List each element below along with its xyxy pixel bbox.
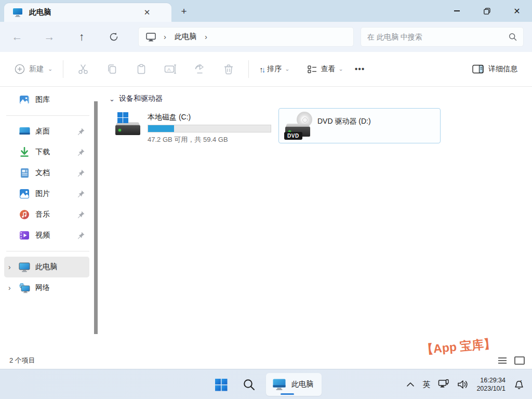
sidebar-item-this-pc[interactable]: › 此电脑 — [4, 257, 89, 277]
tab-this-pc[interactable]: 此电脑 ✕ — [4, 3, 171, 22]
taskbar-clock[interactable]: 16:29:34 2023/10/1 — [476, 376, 506, 393]
expand-chevron-icon[interactable]: › — [8, 284, 17, 292]
trash-icon — [222, 63, 235, 75]
notification-bell-icon[interactable]: z — [513, 379, 525, 390]
view-label: 查看 — [321, 64, 335, 74]
rename-icon: A — [164, 63, 177, 75]
c-drive-usage-fill — [148, 125, 174, 132]
breadcrumb-separator[interactable]: › — [200, 32, 212, 42]
sidebar-item-documents[interactable]: 文档 — [4, 163, 89, 183]
collapse-chevron-icon[interactable]: ⌄ — [109, 95, 115, 103]
pin-icon — [77, 148, 85, 156]
file-explorer-icon — [272, 378, 286, 391]
pin-icon — [77, 127, 85, 136]
sidebar-item-network[interactable]: › 网络 — [4, 277, 89, 298]
cut-button[interactable] — [72, 59, 95, 79]
search-input[interactable] — [367, 33, 509, 41]
group-header-label: 设备和驱动器 — [119, 94, 163, 103]
new-button[interactable]: 新建 ⌄ — [9, 60, 58, 78]
sidebar-item-label: 图片 — [35, 189, 77, 198]
rename-button[interactable]: A — [159, 59, 182, 79]
refresh-button[interactable] — [105, 28, 123, 46]
tray-date: 2023/10/1 — [476, 384, 506, 393]
sort-button[interactable]: ↑↓ 排序 ⌄ — [254, 60, 295, 78]
ime-indicator[interactable]: 英 — [422, 380, 430, 390]
search-icon[interactable] — [509, 33, 517, 41]
sidebar-item-label: 网络 — [35, 283, 85, 292]
expand-chevron-icon[interactable]: › — [8, 263, 17, 271]
sidebar-item-desktop[interactable]: 桌面 — [4, 121, 89, 142]
volume-tray-icon[interactable] — [457, 380, 469, 389]
taskbar-search-button[interactable] — [238, 374, 260, 395]
group-header-devices[interactable]: ⌄ 设备和驱动器 — [109, 94, 532, 103]
network-tray-icon[interactable] — [438, 379, 449, 390]
tab-title: 此电脑 — [29, 8, 140, 17]
dvd-drive-icon: DVD — [284, 113, 312, 139]
sidebar-scrollbar[interactable] — [94, 101, 98, 334]
item-count: 2 个项目 — [9, 356, 35, 365]
view-icon — [307, 64, 317, 74]
maximize-restore-button[interactable] — [472, 0, 502, 22]
breadcrumb-this-pc[interactable]: 此电脑 — [171, 30, 200, 44]
pin-icon — [77, 231, 85, 240]
back-button[interactable]: ← — [8, 28, 26, 46]
sidebar-item-label: 文档 — [35, 168, 77, 178]
forward-button[interactable]: → — [41, 28, 58, 46]
details-pane-button[interactable]: 详细信息 — [467, 60, 523, 78]
content-area: ⌄ 设备和驱动器 本地磁盘 (C:) — [102, 87, 532, 352]
address-bar[interactable]: › 此电脑 › — [138, 27, 354, 47]
large-icons-view-toggle-icon[interactable] — [514, 356, 525, 365]
tray-time: 16:29:34 — [476, 376, 506, 384]
this-pc-breadcrumb-icon[interactable] — [143, 29, 158, 45]
tab-close-icon[interactable]: ✕ — [140, 6, 154, 19]
details-pane-icon — [472, 64, 484, 74]
sidebar-item-videos[interactable]: 视频 — [4, 225, 89, 246]
search-box[interactable] — [361, 27, 524, 47]
status-bar: 2 个项目 【App 宝库】 — [0, 352, 532, 369]
sidebar-item-music[interactable]: 音乐 — [4, 204, 89, 225]
more-options-button[interactable]: ••• — [349, 60, 371, 78]
chevron-down-icon: ⌄ — [48, 66, 52, 72]
up-button[interactable]: ↑ — [73, 28, 90, 46]
desktop-icon — [19, 126, 30, 137]
drive-d-item[interactable]: DVD DVD 驱动器 (D:) — [278, 108, 441, 143]
taskbar-app-this-pc[interactable]: 此电脑 — [266, 373, 322, 396]
drive-c-item[interactable]: 本地磁盘 (C:) 47.2 GB 可用，共 59.4 GB — [109, 108, 274, 149]
chevron-down-icon: ⌄ — [338, 66, 343, 72]
new-tab-button[interactable]: + — [177, 4, 191, 19]
navigation-bar: ← → ↑ › 此电脑 › — [0, 22, 532, 52]
svg-text:z: z — [520, 379, 522, 383]
drive-c-usage-bar — [148, 125, 271, 132]
pictures-icon — [19, 188, 30, 200]
dvd-badge: DVD — [284, 132, 302, 140]
taskbar: 此电脑 英 16:29:34 2023/10/1 z — [0, 369, 532, 399]
minimize-button[interactable] — [442, 0, 472, 22]
start-button[interactable] — [210, 374, 232, 395]
drive-c-name: 本地磁盘 (C:) — [148, 113, 271, 122]
delete-button[interactable] — [217, 59, 240, 79]
sort-label: 排序 — [267, 64, 282, 74]
sidebar-item-gallery[interactable]: 图库 — [4, 89, 89, 110]
list-view-toggle-icon[interactable] — [498, 356, 507, 365]
downloads-icon — [19, 147, 30, 158]
copy-button[interactable] — [101, 59, 124, 79]
share-button[interactable] — [188, 59, 211, 79]
view-button[interactable]: 查看 ⌄ — [302, 60, 348, 78]
sidebar-item-label: 下载 — [35, 148, 77, 157]
toolbar-divider — [63, 60, 63, 78]
system-tray: 英 16:29:34 2023/10/1 z — [406, 369, 532, 399]
windows-logo-icon — [215, 378, 228, 391]
command-toolbar: 新建 ⌄ A ↑↓ 排序 ⌄ 查看 ⌄ — [0, 52, 532, 87]
sidebar-item-downloads[interactable]: 下载 — [4, 142, 89, 163]
monitor-icon — [12, 8, 23, 17]
copy-icon — [106, 63, 118, 75]
pin-icon — [77, 210, 85, 219]
close-window-button[interactable]: ✕ — [502, 0, 532, 22]
chevron-down-icon: ⌄ — [285, 66, 289, 72]
music-icon — [19, 209, 30, 220]
sidebar-item-pictures[interactable]: 图片 — [4, 183, 89, 204]
running-app-indicator — [281, 393, 294, 395]
paste-button[interactable] — [130, 59, 153, 79]
show-hidden-icons-chevron[interactable] — [406, 382, 415, 387]
sort-icon: ↑↓ — [259, 65, 264, 74]
